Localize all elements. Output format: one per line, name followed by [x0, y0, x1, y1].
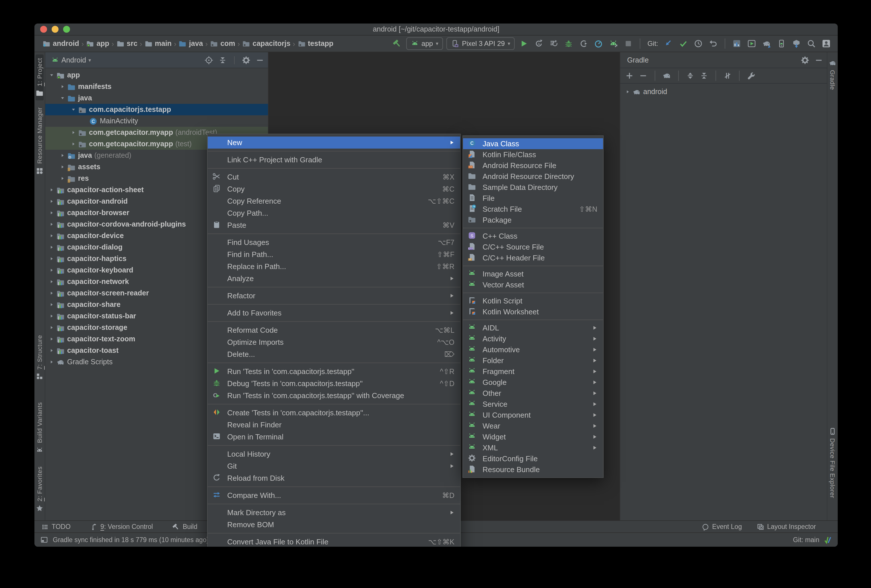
menu-item-debug-tests-in-com-capacitorjs-testapp[interactable]: Debug 'Tests in 'com.capacitorjs.testapp… — [208, 377, 460, 389]
breadcrumb-android[interactable]: android — [42, 40, 79, 48]
menu-item-activity[interactable]: Activity — [463, 333, 603, 344]
minus-button[interactable] — [814, 55, 823, 64]
menu-item-mark-directory-as[interactable]: Mark Directory as — [208, 507, 460, 519]
gradle-tree-item-android[interactable]: android — [620, 86, 827, 97]
apply-changes-button[interactable] — [548, 38, 560, 49]
tool-window-button-build[interactable]: Build — [172, 523, 198, 530]
bug-button[interactable] — [563, 38, 575, 49]
device-select[interactable]: Pixel 3 API 29▾ — [446, 37, 515, 50]
avatar-button[interactable] — [820, 38, 832, 49]
rollback-button[interactable] — [708, 38, 719, 49]
commit-button[interactable] — [678, 38, 689, 49]
tree-expand-arrow-icon[interactable] — [58, 153, 67, 158]
title-bar[interactable]: android [~/git/capacitor-testapp/android… — [34, 24, 838, 36]
hammer-green-button[interactable] — [391, 38, 403, 49]
gradle-elephant-button[interactable] — [662, 71, 671, 80]
menu-item-google[interactable]: Google — [463, 377, 603, 388]
restart-activity-button[interactable]: A — [533, 38, 545, 49]
tree-item-java[interactable]: java — [45, 92, 268, 104]
menu-item-c-class[interactable]: SC++ Class — [463, 230, 603, 241]
device-manager-button[interactable] — [776, 38, 787, 49]
git-branch-widget[interactable]: Git: main — [793, 536, 819, 543]
minus-button[interactable] — [639, 71, 648, 80]
menu-item-replace-in-path[interactable]: Replace in Path...⇧⌘R — [208, 260, 460, 272]
menu-item-other[interactable]: Other — [463, 388, 603, 399]
tool-window-tab-resource-manager[interactable]: Resource Manager — [36, 104, 43, 178]
tree-expand-arrow-icon[interactable] — [69, 141, 78, 147]
menu-item-refactor[interactable]: Refactor — [208, 290, 460, 302]
menu-item-kotlin-worksheet[interactable]: Kotlin Worksheet — [463, 306, 603, 317]
menu-item-kotlin-file-class[interactable]: Kotlin File/Class — [463, 149, 603, 160]
menu-item-copy-path[interactable]: Copy Path... — [208, 207, 460, 219]
tool-window-tab-favorites[interactable]: 2: Favorites — [36, 463, 43, 515]
minus-button[interactable] — [255, 55, 265, 64]
tool-window-button-layout-inspector[interactable]: Layout Inspector — [757, 523, 816, 530]
menu-item-service[interactable]: Service — [463, 399, 603, 410]
tree-expand-arrow-icon[interactable] — [58, 175, 67, 181]
menu-item-aidl[interactable]: AIDL — [463, 322, 603, 333]
menu-item-add-to-favorites[interactable]: Add to Favorites — [208, 307, 460, 319]
menu-item-package[interactable]: Package — [463, 214, 603, 226]
menu-item-kotlin-script[interactable]: Kotlin Script — [463, 295, 603, 306]
tree-item-com.capacitorjs.testapp[interactable]: com.capacitorjs.testapp — [45, 104, 268, 115]
menu-item-file[interactable]: File — [463, 193, 603, 203]
tree-expand-arrow-icon[interactable] — [48, 256, 56, 262]
menu-item-paste[interactable]: Paste⌘V — [208, 219, 460, 231]
tree-expand-arrow-icon[interactable] — [58, 84, 67, 90]
breadcrumb-src[interactable]: src — [117, 40, 138, 48]
panel-toggle-icon[interactable] — [40, 536, 48, 544]
menu-item-copy-reference[interactable]: Copy Reference⌥⇧⌘C — [208, 195, 460, 207]
tree-expand-arrow-icon[interactable] — [69, 130, 78, 135]
menu-item-git[interactable]: Git — [208, 460, 460, 472]
gear-button[interactable] — [801, 55, 810, 64]
run-configuration-select[interactable]: app▾ — [406, 37, 443, 50]
menu-item-sample-data-directory[interactable]: Sample Data Directory — [463, 182, 603, 193]
menu-item-fragment[interactable]: Fragment — [463, 366, 603, 377]
tree-expand-arrow-icon[interactable] — [48, 348, 56, 353]
menu-item-new[interactable]: New — [208, 136, 460, 148]
menu-item-copy[interactable]: Copy⌘C — [208, 183, 460, 195]
tree-expand-arrow-icon[interactable] — [58, 95, 67, 101]
breadcrumb-java[interactable]: java — [179, 40, 203, 48]
menu-item-image-asset[interactable]: Image Asset — [463, 268, 603, 279]
tree-expand-arrow-icon[interactable] — [48, 72, 56, 78]
menu-item-editorconfig-file[interactable]: EditorConfig File — [463, 453, 603, 464]
collapse-all-button[interactable] — [699, 71, 709, 80]
menu-item-resource-bundle[interactable]: Resource Bundle — [463, 464, 603, 475]
menu-item-run-tests-in-com-capacitorjs-testapp-with-coverage[interactable]: CRun 'Tests in 'com.capacitorjs.testapp'… — [208, 389, 460, 402]
update-button[interactable] — [663, 38, 674, 49]
menu-item-optimize-imports[interactable]: Optimize Imports^⌥O — [208, 336, 460, 348]
menu-item-convert-java-file-to-kotlin-file[interactable]: Convert Java File to Kotlin File⌥⇧⌘K — [208, 536, 460, 547]
skip-tests-button[interactable] — [723, 71, 732, 80]
collapse-all-button[interactable] — [218, 55, 227, 64]
menu-item-widget[interactable]: Widget — [463, 431, 603, 442]
menu-item-remove-bom[interactable]: Remove BOM — [208, 519, 460, 531]
menu-item-compare-with[interactable]: Compare With...⌘D — [208, 489, 460, 501]
menu-item-c-c-source-file[interactable]: C++C/C++ Source File — [463, 241, 603, 253]
breadcrumb-testapp[interactable]: testapp — [298, 40, 333, 48]
play-button[interactable] — [518, 38, 530, 49]
history-button[interactable] — [693, 38, 704, 49]
tool-window-tab-build-variants[interactable]: Build Variants — [36, 399, 43, 458]
plus-button[interactable] — [625, 71, 634, 80]
menu-item-delete[interactable]: Delete...⌦ — [208, 348, 460, 360]
menu-item-cut[interactable]: Cut⌘X — [208, 171, 460, 183]
menu-item-find-in-path[interactable]: Find in Path...⇧⌘F — [208, 248, 460, 260]
tree-item-manifests[interactable]: manifests — [45, 81, 268, 92]
tree-expand-arrow-icon[interactable] — [48, 221, 56, 227]
tree-expand-arrow-icon[interactable] — [48, 290, 56, 296]
tool-window-button-todo[interactable]: TODO — [41, 523, 70, 530]
tree-expand-arrow-icon[interactable] — [48, 336, 56, 342]
attach-debugger-button[interactable] — [578, 38, 590, 49]
tree-expand-arrow-icon[interactable] — [48, 267, 56, 273]
tool-window-tab-project[interactable]: 1: Project — [36, 54, 43, 101]
tree-expand-arrow-icon[interactable] — [624, 89, 632, 95]
breadcrumb-app[interactable]: app — [86, 40, 109, 48]
stop-button[interactable] — [623, 38, 634, 49]
tree-expand-arrow-icon[interactable] — [48, 187, 56, 193]
sdk-manager-button[interactable] — [791, 38, 802, 49]
menu-item-xml[interactable]: XML — [463, 442, 603, 453]
menu-item-reformat-code[interactable]: Reformat Code⌥⌘L — [208, 324, 460, 336]
menu-item-wear[interactable]: Wear — [463, 420, 603, 431]
project-view-selector[interactable]: Android — [61, 56, 86, 64]
